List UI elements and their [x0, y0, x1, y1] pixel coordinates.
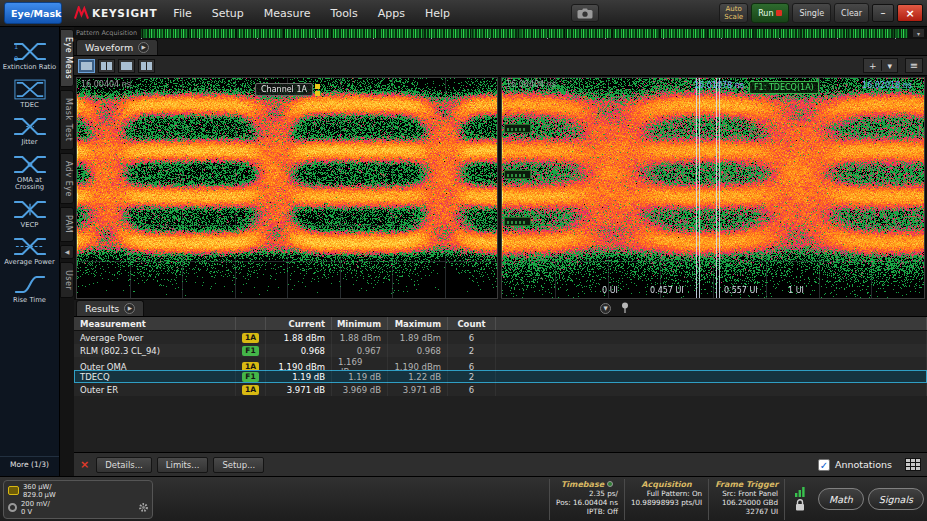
lock-status-panel[interactable] [784, 479, 814, 520]
right-panel-timestamp-right: 16.02018 ns [862, 81, 912, 90]
signals-button[interactable]: Signals [868, 488, 924, 510]
menubar-right-controls: Auto Scale Run Single Clear – × [719, 3, 923, 23]
acquisition-panel[interactable]: Acquisition Full Pattern: On 10.98998993… [624, 479, 708, 520]
menu-setup[interactable]: Setup [212, 7, 244, 20]
zoom-in-button[interactable]: + [864, 61, 882, 71]
sidebar-item-vecp[interactable]: VECP [2, 199, 58, 230]
current-value: 1.19 dB [266, 370, 332, 383]
sidebar-item-extinction-ratio[interactable]: 1 0 Extinction Ratio [2, 41, 58, 72]
minimum-value: 1.88 dBm [332, 331, 388, 344]
tab-user[interactable]: User [60, 262, 74, 298]
auto-scale-button[interactable]: Auto Scale [719, 3, 748, 23]
status-bar: 360 μW/ 829.0 μW 200 mV/ 0 V Timebase [0, 476, 927, 521]
tab-adv-eye[interactable]: Adv Eye [60, 153, 74, 205]
delete-measurement-icon[interactable]: × [80, 458, 89, 471]
eye-mask-mode-button[interactable]: Eye/Mask [4, 2, 62, 24]
layout-split-horizontal-button[interactable] [118, 59, 135, 73]
sidebar-item-tdec[interactable]: TDEC [2, 79, 58, 110]
measurement-sidebar: 1 0 Extinction Ratio TDEC Jitter [0, 27, 60, 476]
layout-single-button[interactable] [78, 59, 95, 73]
single-button[interactable]: Single [792, 3, 831, 23]
tdecq-function-label[interactable]: F1: TDECQ(1A) [749, 81, 819, 94]
sidebar-item-jitter[interactable]: Jitter [2, 116, 58, 147]
minimize-button[interactable]: – [872, 4, 894, 22]
pattern-overview-waveform[interactable] [141, 29, 908, 38]
eye-diagram-left-canvas[interactable] [77, 78, 497, 298]
channel-2-status[interactable]: 200 mV/ 0 V [8, 500, 148, 516]
pattern-strip-dropdown[interactable]: ▾ [912, 28, 925, 38]
acquisition-full-pattern: Full Pattern: On [631, 489, 702, 498]
annotations-checkbox[interactable]: ✓ [818, 459, 830, 471]
clear-button[interactable]: Clear [834, 3, 869, 23]
extinction-ratio-icon: 1 0 [14, 41, 46, 62]
setup-button[interactable]: Setup... [213, 457, 264, 473]
channel-1a-status[interactable]: 360 μW/ 829.0 μW [8, 483, 148, 499]
eye-diagram-right-canvas[interactable] [502, 78, 924, 298]
results-footer-bar: × Details... Limits... Setup... ✓ Annota… [74, 452, 927, 476]
current-value: 0.968 [266, 344, 332, 357]
table-row-outer-er[interactable]: Outer ER 1A 3.971 dB 3.969 dB 3.971 dB 6 [74, 383, 927, 396]
acquisition-title: Acquisition [641, 480, 691, 489]
minimum-value: 1.19 dB [332, 370, 388, 383]
pin-icon[interactable] [621, 302, 629, 314]
tab-eye-meas[interactable]: Eye Meas [60, 29, 74, 87]
sidebar-item-average-power[interactable]: Average Power [2, 236, 58, 267]
auto-scale-line1: Auto [724, 5, 743, 13]
source-badge: 1A [242, 333, 259, 343]
timebase-panel[interactable]: Timebase 2.35 ps/ Pos: 16.00404 ns IPTB:… [549, 479, 624, 520]
count-value: 6 [448, 383, 496, 396]
frame-trigger-panel[interactable]: Frame Trigger Src: Front Panel 106.25000… [708, 479, 784, 520]
channel-2-offset: 0 V [21, 508, 50, 516]
screenshot-button[interactable] [571, 4, 599, 22]
channel-status-cluster[interactable]: 360 μW/ 829.0 μW 200 mV/ 0 V [3, 480, 153, 519]
zoom-dropdown-button[interactable]: ▾ [882, 61, 897, 71]
table-row-tdecq[interactable]: TDECQ F1 1.19 dB 1.19 dB 1.22 dB 2 [74, 370, 927, 383]
sidebar-more-button[interactable]: More (1/3) [0, 456, 59, 472]
right-panel-timestamp-left: 16.00404 ns [506, 80, 556, 89]
sidebar-item-rise-time[interactable]: Rise Time [2, 274, 58, 305]
count-value: 2 [448, 370, 496, 383]
eye-diagram-area: 16.00404 ns Channel 1A 16.00404 ns 16.01… [74, 76, 927, 300]
source-badge: 1A [242, 385, 259, 395]
table-row-average-power[interactable]: Average Power 1A 1.88 dBm 1.88 dBm 1.89 … [74, 331, 927, 344]
channel-2-color-swatch [8, 503, 17, 512]
waveform-play-button[interactable]: ▶ [138, 42, 149, 53]
run-button[interactable]: Run [751, 3, 789, 23]
tab-pam[interactable]: PAM [60, 207, 74, 241]
tab-results[interactable]: Results ▶ [76, 300, 144, 316]
table-row-outer-oma[interactable]: Outer OMA 1A 1.190 dBm 1.169 dBm 1.190 d… [74, 357, 927, 370]
camera-icon [577, 8, 593, 19]
source-badge: F1 [242, 372, 259, 382]
menu-measure[interactable]: Measure [264, 7, 311, 20]
menu-apps[interactable]: Apps [378, 7, 405, 20]
menu-tools[interactable]: Tools [331, 7, 358, 20]
menu-help[interactable]: Help [425, 7, 450, 20]
channel-1a-label[interactable]: Channel 1A [255, 83, 313, 96]
math-button[interactable]: Math [818, 488, 864, 510]
menu-file[interactable]: File [173, 7, 191, 20]
results-collapse-button[interactable]: ▼ [600, 303, 611, 314]
display-menu-button[interactable]: ≡ [905, 58, 923, 73]
gear-icon[interactable] [138, 502, 149, 515]
lock-icon [794, 498, 806, 512]
col-current: Current [266, 317, 332, 330]
zoom-control-group: + ▾ [863, 58, 898, 73]
timebase-scale: 2.35 ps/ [556, 489, 618, 498]
close-button[interactable]: × [897, 4, 923, 22]
limits-button[interactable]: Limits... [157, 457, 209, 473]
layout-split-vertical-button[interactable] [98, 59, 115, 73]
source-badge: F1 [242, 346, 259, 356]
sidebar-item-oma-at-crossing[interactable]: OMA at Crossing [2, 154, 58, 192]
tab-mask-test[interactable]: Mask Test [60, 90, 74, 149]
sidebar-collapse-button[interactable]: ◀ [60, 245, 74, 259]
details-button[interactable]: Details... [96, 457, 152, 473]
tab-waveform[interactable]: Waveform ▶ [76, 39, 158, 55]
channel-1a-scale: 360 μW/ [23, 483, 56, 491]
sidebar-item-label: TDEC [20, 102, 38, 110]
table-row-rlm[interactable]: RLM (802.3 CL_94) F1 0.968 0.967 0.968 2 [74, 344, 927, 357]
table-view-button[interactable] [905, 458, 921, 471]
minimum-value: 3.969 dB [332, 383, 388, 396]
channel-2-scale: 200 mV/ [21, 500, 50, 508]
results-play-button[interactable]: ▶ [124, 303, 135, 314]
layout-quad-button[interactable] [138, 59, 155, 73]
